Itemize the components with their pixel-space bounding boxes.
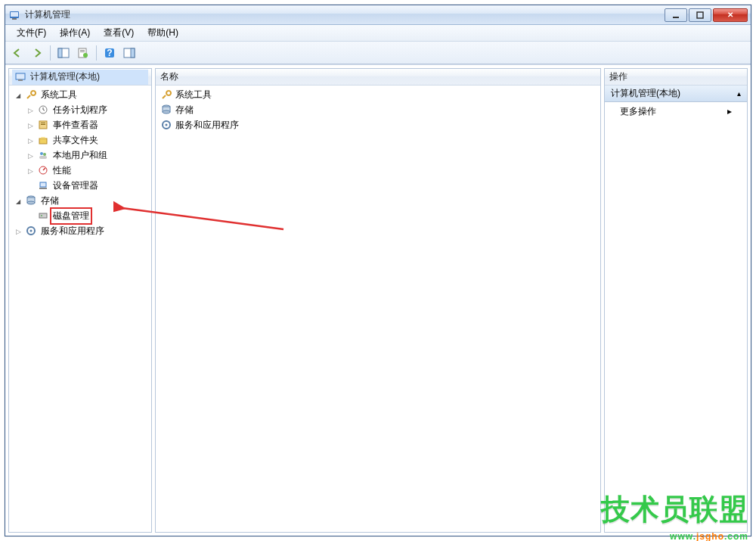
- svg-point-37: [163, 110, 170, 113]
- device-icon: [37, 179, 49, 191]
- actions-group-header[interactable]: 计算机管理(本地) ▴: [605, 86, 747, 102]
- tree-local-users[interactable]: 本地用户和组: [26, 148, 150, 163]
- svg-rect-19: [41, 123, 45, 123]
- menu-view[interactable]: 查看(V): [97, 24, 141, 42]
- svg-rect-15: [16, 73, 25, 79]
- svg-rect-20: [41, 124, 45, 125]
- tree-event-viewer[interactable]: 事件查看器: [26, 117, 150, 132]
- svg-point-32: [41, 215, 42, 216]
- disk-icon: [37, 210, 49, 222]
- tree-root-label: 计算机管理(本地): [29, 70, 101, 84]
- performance-icon: [37, 164, 49, 176]
- actions-body: 计算机管理(本地) ▴ 更多操作 ▸: [605, 86, 747, 532]
- svg-rect-31: [39, 213, 47, 218]
- svg-point-22: [40, 152, 43, 155]
- menu-action[interactable]: 操作(A): [53, 24, 97, 42]
- svg-text:?: ?: [107, 48, 112, 58]
- svg-rect-3: [673, 17, 679, 18]
- storage-icon: [160, 104, 172, 116]
- tree-disk-management[interactable]: 磁盘管理: [26, 208, 150, 223]
- toolbar-separator: [96, 45, 97, 61]
- tree-root[interactable]: 计算机管理(本地): [12, 70, 148, 85]
- action-more[interactable]: 更多操作 ▸: [605, 102, 747, 120]
- svg-rect-4: [697, 12, 703, 18]
- svg-point-10: [83, 53, 88, 58]
- services-icon: [160, 119, 172, 131]
- window-frame: 计算机管理 ✕ 文件(F) 操作(A) 查看(V) 帮助(H) ? 计算机管理(…: [5, 5, 751, 536]
- maximize-button[interactable]: [689, 8, 711, 22]
- svg-point-23: [43, 153, 46, 156]
- menubar: 文件(F) 操作(A) 查看(V) 帮助(H): [5, 25, 751, 42]
- toolbar-separator: [50, 45, 51, 61]
- tree-system-tools[interactable]: 系统工具: [14, 87, 150, 102]
- svg-rect-26: [40, 182, 46, 187]
- svg-rect-16: [18, 79, 23, 81]
- svg-rect-1: [11, 12, 18, 17]
- list-body: 系统工具 存储 服务和应用程序: [156, 86, 600, 532]
- svg-rect-2: [12, 18, 17, 20]
- help-button[interactable]: ?: [101, 44, 119, 62]
- toolbar: ?: [5, 42, 751, 64]
- tree-storage[interactable]: 存储: [14, 193, 150, 208]
- tree-header: 计算机管理(本地): [9, 69, 151, 86]
- actions-pane: 操作 计算机管理(本地) ▴ 更多操作 ▸: [604, 68, 748, 533]
- list-item-storage[interactable]: 存储: [157, 102, 599, 117]
- menu-file[interactable]: 文件(F): [10, 24, 53, 42]
- svg-point-39: [166, 124, 168, 126]
- list-column-header[interactable]: 名称: [156, 69, 600, 86]
- tools-icon: [160, 89, 172, 101]
- app-icon: [8, 9, 20, 21]
- clock-icon: [37, 104, 49, 116]
- tree-pane: 计算机管理(本地) 系统工具 任务计划程序 事件查看器 共享文件夹 本地用户和组: [8, 68, 152, 533]
- users-icon: [37, 149, 49, 161]
- services-icon: [25, 225, 37, 237]
- properties-button[interactable]: [74, 44, 92, 62]
- storage-icon: [25, 194, 37, 207]
- tree-performance[interactable]: 性能: [26, 163, 150, 178]
- tree-device-manager[interactable]: 设备管理器: [26, 178, 150, 193]
- svg-rect-21: [39, 138, 47, 144]
- show-hide-tree-button[interactable]: [54, 44, 73, 62]
- svg-point-34: [30, 230, 33, 232]
- forward-button[interactable]: [28, 44, 46, 62]
- tree-task-scheduler[interactable]: 任务计划程序: [26, 102, 150, 117]
- close-button[interactable]: ✕: [713, 8, 748, 22]
- list-item-services[interactable]: 服务和应用程序: [157, 117, 599, 132]
- show-action-pane-button[interactable]: [120, 44, 138, 62]
- content-area: 计算机管理(本地) 系统工具 任务计划程序 事件查看器 共享文件夹 本地用户和组: [5, 64, 751, 536]
- tree-services[interactable]: 服务和应用程序: [14, 223, 150, 238]
- tree-shared-folders[interactable]: 共享文件夹: [26, 132, 150, 148]
- window-title: 计算机管理: [23, 8, 663, 21]
- svg-rect-27: [39, 188, 47, 189]
- window-buttons: ✕: [663, 8, 748, 22]
- titlebar[interactable]: 计算机管理 ✕: [5, 5, 751, 25]
- share-icon: [37, 134, 49, 146]
- chevron-right-icon: ▸: [727, 106, 732, 117]
- svg-rect-24: [39, 156, 47, 159]
- collapse-icon: ▴: [737, 89, 741, 98]
- back-button[interactable]: [8, 44, 26, 62]
- list-item-system-tools[interactable]: 系统工具: [157, 87, 599, 102]
- event-icon: [37, 119, 49, 131]
- svg-rect-9: [80, 51, 85, 52]
- svg-rect-14: [131, 48, 135, 58]
- actions-header: 操作: [605, 69, 747, 86]
- tools-icon: [25, 89, 37, 101]
- svg-rect-6: [58, 48, 62, 58]
- tree-body: 系统工具 任务计划程序 事件查看器 共享文件夹 本地用户和组 性能 设备管理器 …: [9, 86, 151, 532]
- minimize-button[interactable]: [665, 8, 687, 22]
- menu-help[interactable]: 帮助(H): [141, 24, 185, 42]
- list-pane: 名称 系统工具 存储 服务和应用程序: [155, 68, 601, 533]
- svg-rect-8: [80, 50, 85, 51]
- computer-icon: [14, 71, 26, 83]
- svg-point-30: [27, 201, 35, 204]
